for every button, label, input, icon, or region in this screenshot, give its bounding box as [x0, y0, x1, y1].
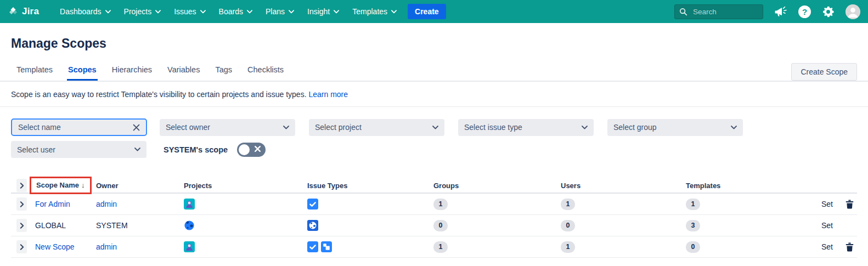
nav-item-boards[interactable]: Boards — [213, 3, 258, 20]
chevron-down-icon — [391, 10, 397, 14]
owner-select[interactable]: Select owner — [160, 119, 295, 136]
nav-item-projects[interactable]: Projects — [119, 3, 167, 20]
chevron-right-icon — [20, 223, 24, 229]
scope-description: Scope is an easy way to restrict Templat… — [11, 90, 857, 99]
expand-row-button[interactable] — [16, 197, 27, 211]
select-name-input[interactable] — [17, 122, 132, 132]
expand-all-button[interactable] — [16, 179, 27, 192]
templates-count-badge: 1 — [686, 199, 700, 210]
expand-row-button[interactable] — [16, 240, 27, 253]
groups-header: Groups — [433, 182, 459, 190]
nav-right-cluster: ? — [674, 4, 860, 19]
chevron-down-icon — [134, 148, 140, 151]
clear-name-icon[interactable] — [132, 123, 141, 132]
delete-trash-icon — [846, 200, 854, 209]
tab-hierarchies[interactable]: Hierarchies — [106, 63, 157, 81]
group-select[interactable]: Select group — [607, 119, 743, 136]
jira-logo[interactable]: Jira — [8, 6, 39, 17]
nav-item-insight[interactable]: Insight — [302, 3, 345, 20]
table-row: New Scopeadmin110Set — [11, 236, 857, 258]
templates-header: Templates — [686, 182, 720, 190]
help-icon[interactable]: ? — [798, 5, 811, 18]
tabs-row: TemplatesScopesHierarchiesVariablesTagsC… — [11, 63, 857, 81]
owner-header: Owner — [96, 182, 118, 190]
filter-row-1: Select owner Select project Select issue… — [11, 118, 857, 136]
nav-item-label: Plans — [266, 7, 285, 16]
users-count-badge: 1 — [561, 241, 575, 253]
top-nav-bar: Jira DashboardsProjectsIssuesBoardsPlans… — [0, 0, 868, 23]
system-scope-filter: SYSTEM's scope — [164, 143, 266, 157]
scope-name[interactable]: For Admin — [35, 200, 70, 208]
set-link[interactable]: Set — [821, 200, 833, 208]
name-filter[interactable] — [11, 118, 147, 136]
create-scope-button[interactable]: Create Scope — [791, 63, 857, 81]
delete-trash-icon — [846, 242, 854, 252]
nav-item-label: Insight — [307, 7, 330, 16]
brand-name: Jira — [22, 6, 39, 17]
search-icon — [679, 8, 687, 16]
sort-descending-icon: ↓ — [81, 181, 85, 189]
scope-name-sort-header[interactable]: Scope Name ↓ — [30, 177, 92, 194]
tab-scopes[interactable]: Scopes — [63, 63, 102, 81]
tab-checklists[interactable]: Checklists — [242, 63, 289, 81]
system-scope-toggle[interactable] — [237, 143, 266, 157]
scopes-table: Scope Name ↓ Owner Projects Issue Types … — [11, 177, 857, 258]
chevron-down-icon — [432, 126, 438, 129]
settings-gear-icon[interactable] — [822, 5, 835, 18]
nav-item-plans[interactable]: Plans — [260, 3, 300, 20]
tab-tags[interactable]: Tags — [210, 63, 238, 81]
project-select[interactable]: Select project — [309, 119, 444, 136]
system-scope-label: SYSTEM's scope — [164, 145, 228, 154]
toggle-off-icon — [254, 145, 261, 154]
nav-item-issues[interactable]: Issues — [168, 3, 211, 20]
subtask-issue-icon — [321, 241, 332, 252]
tab-variables[interactable]: Variables — [162, 63, 205, 81]
table-row: For Adminadmin111Set — [11, 194, 857, 215]
groups-count-badge: 1 — [433, 199, 448, 210]
user-select[interactable]: Select user — [11, 141, 146, 158]
project-avatar-icon — [184, 241, 195, 252]
chevron-down-icon — [731, 126, 737, 129]
nav-item-templates[interactable]: Templates — [347, 3, 402, 20]
search-input[interactable] — [692, 7, 752, 16]
owner-name[interactable]: admin — [96, 200, 117, 208]
chevron-right-icon — [20, 244, 24, 250]
issue-type-select[interactable]: Select issue type — [458, 119, 594, 136]
chevron-down-icon — [334, 10, 339, 14]
users-header: Users — [561, 182, 580, 190]
scope-name: GLOBAL — [35, 221, 66, 230]
chevron-down-icon — [283, 126, 289, 129]
nav-item-dashboards[interactable]: Dashboards — [54, 3, 116, 20]
create-button[interactable]: Create — [408, 4, 446, 19]
chevron-down-icon — [582, 126, 588, 129]
owner-name[interactable]: admin — [96, 242, 117, 251]
divider — [0, 106, 868, 107]
owner-name: SYSTEM — [96, 221, 128, 230]
tab-templates[interactable]: Templates — [11, 63, 58, 81]
chevron-down-icon — [105, 10, 111, 14]
nav-menu: DashboardsProjectsIssuesBoardsPlansInsig… — [54, 3, 402, 20]
chevron-right-icon — [20, 201, 24, 207]
delete-scope-button[interactable] — [844, 199, 855, 210]
main-content: Manage Scopes TemplatesScopesHierarchies… — [0, 36, 868, 258]
projects-header: Projects — [184, 182, 212, 190]
description-text: Scope is an easy way to restrict Templat… — [11, 90, 307, 99]
global-search[interactable] — [674, 4, 763, 19]
jira-logo-icon — [8, 6, 19, 17]
learn-more-link[interactable]: Learn more — [308, 90, 348, 99]
filters-section: Select owner Select project Select issue… — [11, 118, 857, 158]
table-header-row: Scope Name ↓ Owner Projects Issue Types … — [11, 177, 857, 194]
delete-scope-button[interactable] — [844, 241, 855, 253]
set-link[interactable]: Set — [821, 221, 833, 230]
issue-types-header: Issue Types — [307, 182, 347, 190]
templates-count-badge: 0 — [686, 241, 700, 253]
set-link[interactable]: Set — [821, 242, 833, 251]
chevron-down-icon — [200, 10, 206, 14]
announcements-icon[interactable] — [774, 5, 787, 18]
scope-name[interactable]: New Scope — [35, 242, 75, 251]
filter-row-2: Select user SYSTEM's scope — [11, 141, 857, 158]
expand-row-button[interactable] — [16, 219, 27, 232]
chevron-right-icon — [20, 183, 24, 189]
templates-count-badge: 3 — [686, 220, 700, 231]
user-avatar[interactable] — [846, 4, 860, 19]
